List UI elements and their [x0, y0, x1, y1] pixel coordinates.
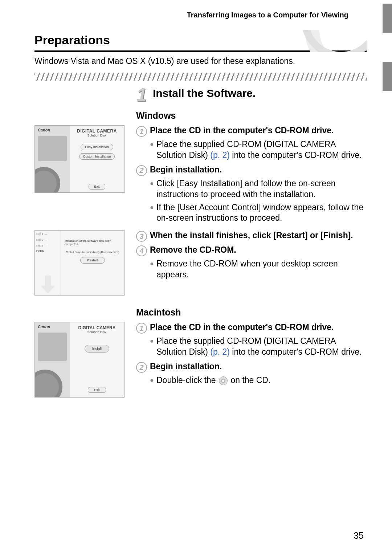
page-number: 35: [354, 530, 364, 541]
thumb-title: DIGITAL CAMERA: [78, 325, 116, 330]
bullet: ● If the [User Account Control] window a…: [150, 202, 367, 224]
macintosh-heading: Macintosh: [136, 307, 367, 318]
screenshot-windows-installer: Canon DIGITAL CAMERA Solution Disk Easy …: [34, 125, 124, 193]
step-title: Place the CD in the computer's CD-ROM dr…: [150, 322, 334, 333]
intro-text: Windows Vista and Mac OS X (v10.5) are u…: [34, 56, 367, 66]
circled-number: 4: [136, 245, 147, 256]
step-title: Begin installation.: [150, 361, 222, 372]
windows-step-4: 4 Remove the CD-ROM.: [136, 245, 367, 256]
page-reference-link[interactable]: (p. 2): [210, 347, 230, 357]
bullet: ● Double-click the on the CD.: [150, 375, 367, 386]
step-title: Begin installation.: [150, 164, 222, 175]
step-title: When the install finishes, click [Restar…: [150, 230, 353, 241]
step-title: Remove the CD-ROM.: [150, 245, 236, 255]
page-reference-link[interactable]: (p. 2): [210, 150, 230, 160]
main-step-title: Install the Software.: [153, 87, 256, 99]
screenshot-mac-installer: Canon DIGITAL CAMERA Solution Disk Insta…: [34, 322, 124, 398]
windows-step-2: 2 Begin installation.: [136, 164, 367, 176]
side-tab: [383, 4, 392, 33]
thumb-exit-btn: Exit: [89, 184, 105, 190]
thumb-subtitle: Solution Disk: [87, 134, 107, 137]
thumb-install-btn: Install: [85, 345, 109, 353]
step-title: Place the CD in the computer's CD-ROM dr…: [150, 125, 334, 136]
circled-number: 2: [136, 165, 147, 176]
mac-step-1: 1 Place the CD in the computer's CD-ROM …: [136, 322, 367, 334]
running-header: Transferring Images to a Computer for Vi…: [34, 11, 367, 19]
circled-number: 3: [136, 231, 147, 242]
circled-number: 1: [136, 126, 147, 137]
main-step: 1 Install the Software.: [132, 87, 367, 105]
section-title-bar: Preparations: [34, 30, 367, 52]
circled-number: 1: [136, 323, 147, 334]
thumb-custom-install-btn: Custom Installation: [79, 153, 115, 160]
windows-step-3: 3 When the install finishes, click [Rest…: [136, 230, 367, 242]
thumb-complete-msg: Installation of the software has been co…: [65, 239, 121, 246]
thumb-subtitle: Solution Disk: [87, 330, 107, 334]
hash-divider: [34, 73, 367, 81]
thumb-easy-install-btn: Easy Installation: [81, 144, 113, 150]
main-step-number: 1: [132, 86, 151, 104]
circled-number: 2: [136, 362, 147, 373]
bullet: ● Click [Easy Installation] and follow t…: [150, 178, 367, 200]
section-title: Preparations: [34, 30, 367, 47]
cd-icon: [218, 376, 228, 386]
thumb-restart-btn: Restart: [80, 257, 105, 264]
windows-heading: Windows: [136, 110, 367, 121]
windows-step-1: 1 Place the CD in the computer's CD-ROM …: [136, 125, 367, 137]
side-tab-2: [383, 62, 392, 91]
thumb-brand: Canon: [38, 128, 50, 132]
bullet: ● Place the supplied CD-ROM (DIGITAL CAM…: [150, 336, 367, 358]
screenshot-windows-restart: step 1 — step 2 — step 3 — Finish Instal…: [34, 230, 124, 296]
thumb-brand: Canon: [38, 325, 50, 329]
thumb-exit-btn: Exit: [88, 387, 106, 393]
thumb-restart-msg: Restart computer immediately (Recommende…: [65, 251, 121, 253]
mac-step-2: 2 Begin installation.: [136, 361, 367, 373]
bullet: ● Remove the CD-ROM when your desktop sc…: [150, 258, 367, 280]
thumb-title: DIGITAL CAMERA: [77, 129, 117, 134]
bullet: ● Place the supplied CD-ROM (DIGITAL CAM…: [150, 139, 367, 161]
